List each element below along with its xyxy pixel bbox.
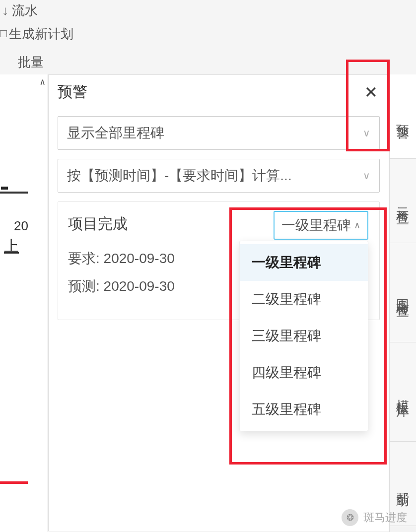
tab-templates[interactable]: 模板库 xyxy=(390,342,416,442)
menu-item-batch[interactable]: 批量 xyxy=(0,53,73,72)
menu-item-flow[interactable]: ↓ 流水 xyxy=(0,1,73,20)
calc-basis-select[interactable]: 按【预测时间】-【要求时间】计算... ∨ xyxy=(58,159,380,193)
wechat-icon: ❂ xyxy=(342,509,358,526)
timeline-mark xyxy=(0,186,9,191)
label-shang: 上 xyxy=(4,236,19,257)
dropdown-option[interactable]: 三级里程碑 xyxy=(240,318,368,354)
watermark: ❂ 斑马进度 xyxy=(342,509,407,526)
mini-select-label: 一级里程碑 xyxy=(281,216,351,235)
panel-title: 预警 xyxy=(58,82,87,102)
project-card: 项目完成 要求: 2020-09-30 预测: 2020-09-30 一级里程碑… xyxy=(58,201,380,320)
chevron-down-icon: ∨ xyxy=(363,127,370,139)
year-fragment: 20 xyxy=(14,218,28,234)
menu-item-new-plan[interactable]: 生成新计划 xyxy=(0,24,73,44)
tab-bid-check[interactable]: 围标检查 xyxy=(390,243,416,342)
chevron-up-icon: ∧ xyxy=(354,220,360,231)
left-gutter: ∧ 20 上 xyxy=(0,74,47,532)
plan-icon xyxy=(0,30,7,37)
watermark-text: 斑马进度 xyxy=(363,510,407,525)
chevron-down-icon: ∨ xyxy=(363,170,370,182)
select-label: 显示全部里程碑 xyxy=(67,124,164,142)
dropdown-option[interactable]: 四级里程碑 xyxy=(240,354,368,391)
close-icon[interactable]: ✕ xyxy=(362,82,380,102)
milestone-filter-select[interactable]: 显示全部里程碑 ∨ xyxy=(58,116,380,150)
select-label: 按【预测时间】-【要求时间】计算... xyxy=(67,166,292,185)
top-menu: ↓ 流水 生成新计划 批量 xyxy=(0,0,73,72)
milestone-level-dropdown: 一级里程碑 二级里程碑 三级里程碑 四级里程碑 五级里程碑 xyxy=(239,241,368,431)
dropdown-option[interactable]: 二级里程碑 xyxy=(240,281,368,318)
dropdown-option[interactable]: 一级里程碑 xyxy=(240,244,368,281)
dropdown-option[interactable]: 五级里程碑 xyxy=(240,391,368,428)
tab-alert[interactable]: 预警 xyxy=(390,74,416,159)
red-marker xyxy=(0,481,28,484)
milestone-level-select[interactable]: 一级里程碑 ∧ xyxy=(274,211,368,240)
alert-panel: 预警 ✕ 显示全部里程碑 ∨ 按【预测时间】-【要求时间】计算... ∨ 项目完… xyxy=(48,74,389,531)
tab-cloud-check[interactable]: 云检查 xyxy=(390,159,416,243)
right-tabbar: 预警 云检查 围标检查 模板库 帮助 xyxy=(389,74,416,532)
timeline-mark xyxy=(0,192,28,194)
scroll-up-icon[interactable]: ∧ xyxy=(40,76,45,87)
